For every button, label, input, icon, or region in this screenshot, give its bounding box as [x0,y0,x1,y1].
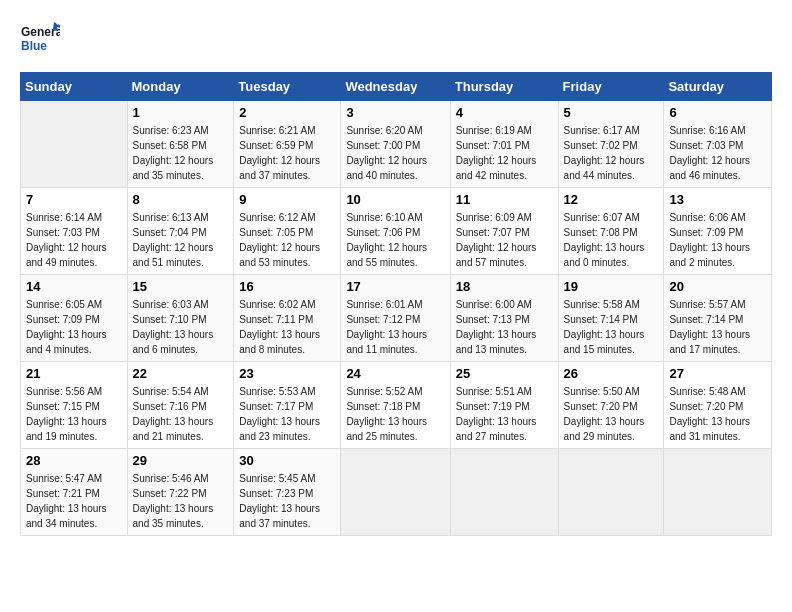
day-info: Sunrise: 6:23 AMSunset: 6:58 PMDaylight:… [133,123,229,183]
calendar-week-row: 7Sunrise: 6:14 AMSunset: 7:03 PMDaylight… [21,188,772,275]
day-number: 15 [133,279,229,294]
calendar-cell: 25Sunrise: 5:51 AMSunset: 7:19 PMDayligh… [450,362,558,449]
day-info: Sunrise: 6:14 AMSunset: 7:03 PMDaylight:… [26,210,122,270]
day-info: Sunrise: 5:56 AMSunset: 7:15 PMDaylight:… [26,384,122,444]
day-number: 27 [669,366,766,381]
day-number: 13 [669,192,766,207]
day-number: 28 [26,453,122,468]
day-info: Sunrise: 6:16 AMSunset: 7:03 PMDaylight:… [669,123,766,183]
day-number: 12 [564,192,659,207]
calendar-cell: 2Sunrise: 6:21 AMSunset: 6:59 PMDaylight… [234,101,341,188]
weekday-header: Saturday [664,73,772,101]
calendar-cell: 19Sunrise: 5:58 AMSunset: 7:14 PMDayligh… [558,275,664,362]
calendar-cell [341,449,450,536]
logo-container: General Blue [20,20,60,62]
calendar-cell: 24Sunrise: 5:52 AMSunset: 7:18 PMDayligh… [341,362,450,449]
day-info: Sunrise: 5:53 AMSunset: 7:17 PMDaylight:… [239,384,335,444]
day-number: 23 [239,366,335,381]
day-info: Sunrise: 6:17 AMSunset: 7:02 PMDaylight:… [564,123,659,183]
calendar-week-row: 14Sunrise: 6:05 AMSunset: 7:09 PMDayligh… [21,275,772,362]
calendar-cell [21,101,128,188]
day-info: Sunrise: 5:47 AMSunset: 7:21 PMDaylight:… [26,471,122,531]
day-info: Sunrise: 5:54 AMSunset: 7:16 PMDaylight:… [133,384,229,444]
calendar-cell: 14Sunrise: 6:05 AMSunset: 7:09 PMDayligh… [21,275,128,362]
calendar-cell: 4Sunrise: 6:19 AMSunset: 7:01 PMDaylight… [450,101,558,188]
day-number: 2 [239,105,335,120]
day-info: Sunrise: 6:20 AMSunset: 7:00 PMDaylight:… [346,123,444,183]
day-number: 7 [26,192,122,207]
day-info: Sunrise: 6:07 AMSunset: 7:08 PMDaylight:… [564,210,659,270]
weekday-header: Thursday [450,73,558,101]
calendar-table: SundayMondayTuesdayWednesdayThursdayFrid… [20,72,772,536]
day-number: 9 [239,192,335,207]
day-number: 8 [133,192,229,207]
day-info: Sunrise: 5:52 AMSunset: 7:18 PMDaylight:… [346,384,444,444]
calendar-cell: 15Sunrise: 6:03 AMSunset: 7:10 PMDayligh… [127,275,234,362]
day-number: 14 [26,279,122,294]
day-number: 18 [456,279,553,294]
day-number: 19 [564,279,659,294]
day-info: Sunrise: 5:57 AMSunset: 7:14 PMDaylight:… [669,297,766,357]
calendar-week-row: 21Sunrise: 5:56 AMSunset: 7:15 PMDayligh… [21,362,772,449]
calendar-cell: 29Sunrise: 5:46 AMSunset: 7:22 PMDayligh… [127,449,234,536]
calendar-cell: 1Sunrise: 6:23 AMSunset: 6:58 PMDaylight… [127,101,234,188]
calendar-cell: 6Sunrise: 6:16 AMSunset: 7:03 PMDaylight… [664,101,772,188]
weekday-header: Wednesday [341,73,450,101]
day-info: Sunrise: 6:06 AMSunset: 7:09 PMDaylight:… [669,210,766,270]
day-number: 17 [346,279,444,294]
day-number: 11 [456,192,553,207]
day-number: 1 [133,105,229,120]
day-info: Sunrise: 5:58 AMSunset: 7:14 PMDaylight:… [564,297,659,357]
calendar-cell: 9Sunrise: 6:12 AMSunset: 7:05 PMDaylight… [234,188,341,275]
calendar-cell: 16Sunrise: 6:02 AMSunset: 7:11 PMDayligh… [234,275,341,362]
weekday-header: Monday [127,73,234,101]
day-number: 22 [133,366,229,381]
calendar-header-row: SundayMondayTuesdayWednesdayThursdayFrid… [21,73,772,101]
day-info: Sunrise: 6:01 AMSunset: 7:12 PMDaylight:… [346,297,444,357]
day-number: 30 [239,453,335,468]
day-number: 6 [669,105,766,120]
day-info: Sunrise: 5:51 AMSunset: 7:19 PMDaylight:… [456,384,553,444]
calendar-cell: 3Sunrise: 6:20 AMSunset: 7:00 PMDaylight… [341,101,450,188]
day-number: 4 [456,105,553,120]
weekday-header: Sunday [21,73,128,101]
day-number: 21 [26,366,122,381]
day-number: 16 [239,279,335,294]
calendar-cell: 20Sunrise: 5:57 AMSunset: 7:14 PMDayligh… [664,275,772,362]
calendar-cell [664,449,772,536]
day-info: Sunrise: 6:02 AMSunset: 7:11 PMDaylight:… [239,297,335,357]
day-info: Sunrise: 6:12 AMSunset: 7:05 PMDaylight:… [239,210,335,270]
day-number: 26 [564,366,659,381]
calendar-cell: 22Sunrise: 5:54 AMSunset: 7:16 PMDayligh… [127,362,234,449]
calendar-cell: 26Sunrise: 5:50 AMSunset: 7:20 PMDayligh… [558,362,664,449]
calendar-cell: 7Sunrise: 6:14 AMSunset: 7:03 PMDaylight… [21,188,128,275]
calendar-cell: 5Sunrise: 6:17 AMSunset: 7:02 PMDaylight… [558,101,664,188]
day-info: Sunrise: 6:00 AMSunset: 7:13 PMDaylight:… [456,297,553,357]
calendar-cell [450,449,558,536]
calendar-week-row: 28Sunrise: 5:47 AMSunset: 7:21 PMDayligh… [21,449,772,536]
calendar-cell: 28Sunrise: 5:47 AMSunset: 7:21 PMDayligh… [21,449,128,536]
day-info: Sunrise: 6:03 AMSunset: 7:10 PMDaylight:… [133,297,229,357]
logo: General Blue [20,20,60,62]
calendar-cell: 12Sunrise: 6:07 AMSunset: 7:08 PMDayligh… [558,188,664,275]
calendar-cell: 13Sunrise: 6:06 AMSunset: 7:09 PMDayligh… [664,188,772,275]
day-info: Sunrise: 5:46 AMSunset: 7:22 PMDaylight:… [133,471,229,531]
day-number: 10 [346,192,444,207]
calendar-cell: 10Sunrise: 6:10 AMSunset: 7:06 PMDayligh… [341,188,450,275]
day-number: 20 [669,279,766,294]
page-header: General Blue [20,20,772,62]
day-info: Sunrise: 5:50 AMSunset: 7:20 PMDaylight:… [564,384,659,444]
day-info: Sunrise: 6:21 AMSunset: 6:59 PMDaylight:… [239,123,335,183]
weekday-header: Friday [558,73,664,101]
calendar-cell: 17Sunrise: 6:01 AMSunset: 7:12 PMDayligh… [341,275,450,362]
day-info: Sunrise: 6:10 AMSunset: 7:06 PMDaylight:… [346,210,444,270]
calendar-cell: 18Sunrise: 6:00 AMSunset: 7:13 PMDayligh… [450,275,558,362]
calendar-cell: 8Sunrise: 6:13 AMSunset: 7:04 PMDaylight… [127,188,234,275]
calendar-cell [558,449,664,536]
day-info: Sunrise: 5:48 AMSunset: 7:20 PMDaylight:… [669,384,766,444]
calendar-week-row: 1Sunrise: 6:23 AMSunset: 6:58 PMDaylight… [21,101,772,188]
day-info: Sunrise: 6:19 AMSunset: 7:01 PMDaylight:… [456,123,553,183]
day-number: 29 [133,453,229,468]
day-number: 24 [346,366,444,381]
day-info: Sunrise: 5:45 AMSunset: 7:23 PMDaylight:… [239,471,335,531]
